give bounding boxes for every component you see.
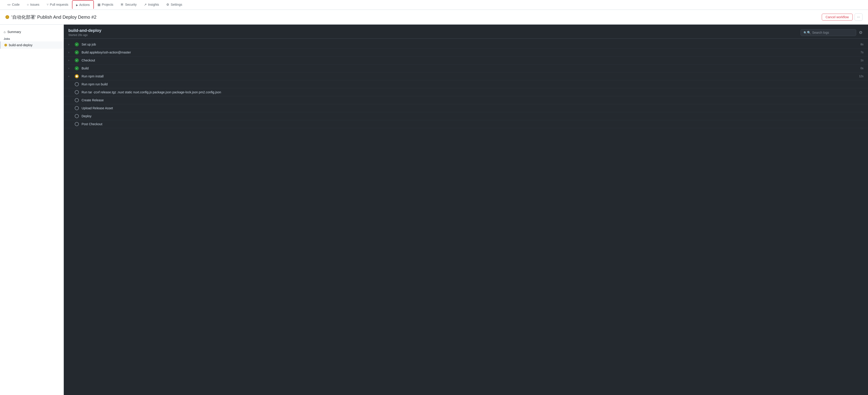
table-icon xyxy=(97,3,100,6)
step-time: 12s xyxy=(859,75,863,78)
code-icon xyxy=(7,3,10,6)
log-step-run-tar[interactable]: Run tar -zcvf release.tgz .nuxt static n… xyxy=(64,88,868,96)
cancel-workflow-button[interactable]: Cancel workflow xyxy=(822,14,853,21)
log-step-build-appleboy[interactable]: › ✓ Build appleboy/ssh-action@master 7s xyxy=(64,48,868,57)
step-left: Run tar -zcvf release.tgz .nuxt static n… xyxy=(68,90,221,94)
workflow-status-dot xyxy=(5,15,9,19)
chart-icon xyxy=(144,3,147,6)
nav-pr-label: Pull requests xyxy=(50,3,68,6)
step-left: › ✓ Set up job xyxy=(68,42,96,46)
log-step-create-release[interactable]: Create Release xyxy=(64,96,868,104)
sidebar-job-name: build-and-deploy xyxy=(9,43,33,47)
shield-icon xyxy=(121,3,124,6)
step-label: Set up job xyxy=(82,42,96,46)
play-icon xyxy=(76,3,78,7)
step-time: 8s xyxy=(861,43,863,46)
pr-icon xyxy=(47,3,49,6)
log-search-area: 🔍 ⚙ xyxy=(801,29,863,36)
step-label: Post Checkout xyxy=(82,122,102,126)
nav-security-label: Security xyxy=(125,3,137,6)
step-success-icon: ✓ xyxy=(75,42,79,46)
workflow-header-actions: Cancel workflow ··· xyxy=(822,13,863,21)
step-chevron: › xyxy=(68,59,72,62)
step-success-icon: ✓ xyxy=(75,50,79,55)
step-left: › ✓ Checkout xyxy=(68,58,95,62)
step-left: Create Release xyxy=(68,98,104,102)
nav-issues[interactable]: Issues xyxy=(23,0,43,9)
workflow-title: '自动化部署' Publish And Deploy Demo #2 xyxy=(11,14,96,20)
step-label: Deploy xyxy=(82,114,92,118)
step-pending-icon xyxy=(75,106,79,110)
step-left: › ✓ Build xyxy=(68,66,89,70)
step-left: Upload Release Asset xyxy=(68,106,113,110)
log-steps-list: › ✓ Set up job 8s › ✓ Build appleboy/ssh… xyxy=(64,39,868,395)
step-label: Run tar -zcvf release.tgz .nuxt static n… xyxy=(82,90,221,94)
sidebar-summary-label: Summary xyxy=(7,30,21,34)
step-time: 7s xyxy=(861,51,863,54)
nav-pull-requests[interactable]: Pull requests xyxy=(43,0,72,9)
nav-code-label: Code xyxy=(12,3,19,6)
log-step-set-up-job[interactable]: › ✓ Set up job 8s xyxy=(64,40,868,48)
nav-issues-label: Issues xyxy=(30,3,39,6)
step-running-icon xyxy=(75,74,79,78)
step-left: Post Checkout xyxy=(68,122,102,126)
step-pending-icon xyxy=(75,122,79,126)
step-left: Deploy xyxy=(68,114,92,118)
log-step-upload-release-asset[interactable]: Upload Release Asset xyxy=(64,104,868,112)
workflow-title-row: '自动化部署' Publish And Deploy Demo #2 xyxy=(5,14,96,20)
log-panel: build-and-deploy Started 28s ago 🔍 ⚙ › ✓… xyxy=(64,25,868,395)
log-step-run-npm-run-build[interactable]: Run npm run build xyxy=(64,80,868,88)
step-left: › ✓ Build appleboy/ssh-action@master xyxy=(68,50,131,55)
log-step-post-checkout[interactable]: Post Checkout xyxy=(64,120,868,128)
nav-actions-label: Actions xyxy=(79,3,90,7)
step-label: Upload Release Asset xyxy=(82,106,113,110)
step-pending-icon xyxy=(75,90,79,94)
search-logs-input[interactable] xyxy=(812,31,853,34)
log-panel-title-group: build-and-deploy Started 28s ago xyxy=(68,28,101,37)
step-label: Build appleboy/ssh-action@master xyxy=(82,51,131,54)
nav-projects-label: Projects xyxy=(102,3,114,6)
sidebar-summary[interactable]: Summary xyxy=(0,28,64,35)
log-panel-subtitle: Started 28s ago xyxy=(68,33,101,37)
nav-settings-label: Settings xyxy=(170,3,182,6)
search-icon: 🔍 xyxy=(804,31,811,34)
step-time: 1s xyxy=(861,59,863,62)
step-chevron: › xyxy=(68,67,72,70)
step-chevron: › xyxy=(68,51,72,54)
log-settings-button[interactable]: ⚙ xyxy=(858,29,863,36)
log-step-build[interactable]: › ✓ Build 0s xyxy=(64,64,868,72)
step-chevron: › xyxy=(68,75,72,78)
step-left: Run npm run build xyxy=(68,82,107,86)
step-pending-icon xyxy=(75,82,79,86)
step-pending-icon xyxy=(75,114,79,118)
settings-gear-icon xyxy=(166,3,169,6)
nav-projects[interactable]: Projects xyxy=(94,0,117,9)
step-left: › Run npm install xyxy=(68,74,104,78)
more-options-button[interactable]: ··· xyxy=(855,13,863,21)
main-layout: Summary Jobs build-and-deploy build-and-… xyxy=(0,25,868,395)
nav-insights[interactable]: Insights xyxy=(140,0,163,9)
step-chevron: › xyxy=(68,43,72,46)
log-step-run-npm-install[interactable]: › Run npm install 12s xyxy=(64,72,868,80)
step-label: Run npm install xyxy=(82,74,104,78)
sidebar-job-item[interactable]: build-and-deploy xyxy=(0,41,64,49)
nav-security[interactable]: Security xyxy=(117,0,140,9)
job-status-dot xyxy=(4,44,7,46)
home-icon xyxy=(4,30,5,34)
step-pending-icon xyxy=(75,98,79,102)
log-step-checkout[interactable]: › ✓ Checkout 1s xyxy=(64,57,868,64)
sidebar: Summary Jobs build-and-deploy xyxy=(0,25,64,395)
step-label: Create Release xyxy=(82,98,104,102)
step-time: 0s xyxy=(861,67,863,70)
workflow-header: '自动化部署' Publish And Deploy Demo #2 Cance… xyxy=(0,10,868,25)
nav-code[interactable]: Code xyxy=(4,0,23,9)
log-step-deploy[interactable]: Deploy xyxy=(64,112,868,120)
sidebar-jobs-label: Jobs xyxy=(0,35,64,41)
log-panel-title: build-and-deploy xyxy=(68,28,101,33)
nav-settings[interactable]: Settings xyxy=(163,0,186,9)
search-input-wrap: 🔍 xyxy=(801,29,856,36)
step-label: Checkout xyxy=(82,59,95,62)
top-nav: Code Issues Pull requests Actions Projec… xyxy=(0,0,868,10)
nav-actions[interactable]: Actions xyxy=(72,0,94,9)
log-panel-header: build-and-deploy Started 28s ago 🔍 ⚙ xyxy=(64,25,868,39)
